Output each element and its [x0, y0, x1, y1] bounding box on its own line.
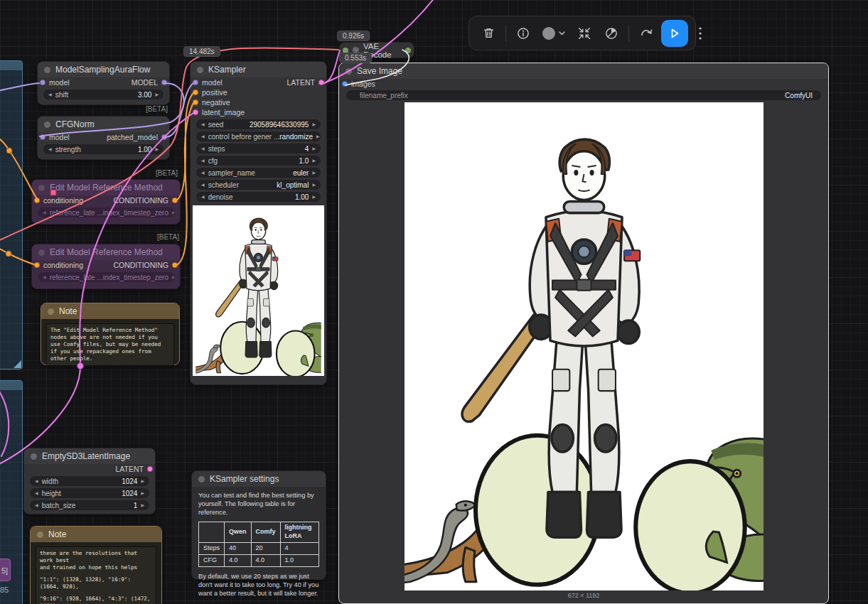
more-options-button[interactable]	[691, 21, 709, 45]
group-panel-top[interactable]	[0, 60, 23, 370]
decrement-icon[interactable]	[35, 476, 38, 486]
input-slot-conditioning-icon[interactable]	[34, 198, 40, 203]
node-header[interactable]: Edit Model Reference Method	[32, 180, 180, 195]
decrement-icon[interactable]	[43, 272, 46, 282]
decrement-icon[interactable]	[201, 156, 205, 166]
widget-control-before-generate[interactable]: control before gener ... randomize	[196, 131, 321, 141]
decrement-icon[interactable]	[43, 207, 46, 217]
output-slot-conditioning-icon[interactable]	[172, 262, 178, 268]
node-edit-model-reference-2[interactable]: Edit Model Reference Method conditioning…	[31, 244, 181, 289]
node-modelsamplingauraflow[interactable]: ModelSamplingAuraFlow model MODEL shift …	[37, 61, 170, 105]
increment-icon[interactable]	[312, 119, 316, 129]
decrement-icon[interactable]	[201, 168, 205, 178]
increment-icon[interactable]	[155, 144, 159, 154]
widget-reference-latent[interactable]: reference_late ... index_timestep_zero	[38, 272, 174, 282]
node-color-button[interactable]	[538, 21, 569, 45]
output-slot-model-icon[interactable]	[161, 80, 167, 85]
collapse-node-button[interactable]	[572, 21, 596, 45]
run-button[interactable]	[661, 20, 688, 47]
group-panel-header[interactable]	[0, 381, 22, 390]
increment-icon[interactable]	[312, 180, 316, 190]
output-slot-icon[interactable]	[405, 48, 411, 53]
widget-shift[interactable]: shift 3.00	[43, 90, 164, 99]
increment-icon[interactable]	[141, 476, 144, 486]
widget-width[interactable]: width 1024	[30, 476, 149, 486]
increment-icon[interactable]	[316, 131, 320, 141]
input-slot-model-icon[interactable]	[40, 80, 45, 85]
increment-icon[interactable]	[312, 156, 316, 166]
collapse-dot-icon[interactable]	[48, 308, 54, 315]
decrement-icon[interactable]	[35, 500, 38, 510]
delete-button[interactable]	[476, 21, 500, 45]
widget-batch-size[interactable]: batch_size 1	[30, 500, 149, 510]
decrement-icon[interactable]	[35, 488, 38, 498]
input-slot-conditioning-icon[interactable]	[193, 99, 198, 105]
widget-sampler-name[interactable]: sampler_name euler	[196, 168, 321, 178]
node-header[interactable]: Save Image	[339, 63, 828, 79]
widget-scheduler[interactable]: scheduler kl_optimal	[196, 180, 321, 190]
collapse-dot-icon[interactable]	[345, 68, 352, 75]
increment-icon[interactable]	[312, 144, 316, 153]
rerun-button[interactable]	[634, 21, 658, 45]
output-slot-latent-icon[interactable]	[147, 466, 153, 472]
input-slot-model-icon[interactable]	[40, 134, 45, 140]
widget-cfg[interactable]: cfg 1.0	[196, 156, 321, 166]
collapse-dot-icon[interactable]	[37, 532, 43, 538]
collapse-dot-icon[interactable]	[31, 453, 37, 460]
saved-image-preview[interactable]	[404, 102, 763, 590]
input-slot-conditioning-icon[interactable]	[34, 262, 40, 268]
node-ksampler-settings-note[interactable]: KSampler settings You can test and find …	[191, 470, 326, 580]
decrement-icon[interactable]	[201, 119, 205, 129]
collapse-dot-icon[interactable]	[38, 249, 45, 256]
widget-strength[interactable]: strength 1.00	[43, 144, 164, 154]
increment-icon[interactable]	[312, 168, 316, 178]
decrement-icon[interactable]	[201, 144, 205, 153]
widget-steps[interactable]: steps 4	[196, 144, 321, 153]
node-info-button[interactable]	[511, 21, 535, 45]
output-slot-model-icon[interactable]	[161, 134, 167, 140]
group-panel-header[interactable]	[0, 61, 22, 70]
node-header[interactable]: Note	[41, 303, 179, 319]
node-save-image[interactable]: Save Image images filename_prefix ComfyU…	[338, 63, 829, 604]
input-slot-conditioning-icon[interactable]	[193, 90, 198, 95]
collapse-dot-icon[interactable]	[44, 122, 50, 128]
node-header[interactable]: EmptySD3LatentImage	[24, 448, 155, 464]
input-slot-latent-icon[interactable]	[193, 109, 198, 115]
increment-icon[interactable]	[155, 90, 159, 99]
widget-filename-prefix[interactable]: filename_prefix ComfyUI	[346, 90, 821, 100]
node-header[interactable]: KSampler	[191, 62, 326, 77]
node-header[interactable]: Edit Model Reference Method	[32, 244, 180, 260]
decrement-icon[interactable]	[201, 131, 205, 141]
increment-icon[interactable]	[141, 500, 144, 510]
decrement-icon[interactable]	[48, 90, 52, 99]
node-ksampler[interactable]: KSampler model LATENT positive negative …	[190, 61, 327, 385]
output-slot-conditioning-icon[interactable]	[172, 198, 178, 203]
collapse-dot-icon[interactable]	[38, 185, 45, 191]
increment-icon[interactable]	[312, 192, 316, 202]
widget-height[interactable]: height 1024	[30, 488, 149, 498]
output-slot-latent-icon[interactable]	[318, 80, 324, 85]
node-emptysd3latentimage[interactable]: EmptySD3LatentImage LATENT width 1024 he…	[23, 448, 156, 514]
increment-icon[interactable]	[141, 488, 144, 498]
node-note-top[interactable]: Note The "Edit Model Reference Method" n…	[41, 303, 180, 365]
decrement-icon[interactable]	[48, 144, 52, 154]
decrement-icon[interactable]	[201, 180, 205, 190]
node-header[interactable]: ModelSamplingAuraFlow	[38, 62, 169, 77]
decrement-icon[interactable]	[201, 192, 205, 202]
node-header[interactable]: Note	[31, 527, 161, 542]
widget-reference-latent[interactable]: reference_late ... index_timestep_zero	[38, 207, 174, 217]
widget-seed[interactable]: seed 290589646330995	[196, 119, 321, 129]
widget-denoise[interactable]: denoise 1.00	[196, 192, 321, 202]
node-header[interactable]: KSampler settings	[192, 471, 326, 487]
node-header[interactable]: CFGNorm	[38, 117, 169, 132]
node-edit-model-reference-1[interactable]: Edit Model Reference Method conditioning…	[31, 179, 181, 225]
node-cfgnorm[interactable]: CFGNorm model patched_model strength 1.0…	[37, 116, 170, 160]
input-slot-model-icon[interactable]	[193, 80, 198, 85]
collapse-dot-icon[interactable]	[198, 476, 205, 482]
increment-icon[interactable]	[172, 207, 174, 217]
increment-icon[interactable]	[172, 272, 174, 282]
collapse-dot-icon[interactable]	[44, 67, 50, 73]
bypass-node-button[interactable]	[599, 21, 623, 45]
collapse-dot-icon[interactable]	[197, 67, 203, 73]
resize-handle-icon[interactable]	[14, 360, 21, 368]
